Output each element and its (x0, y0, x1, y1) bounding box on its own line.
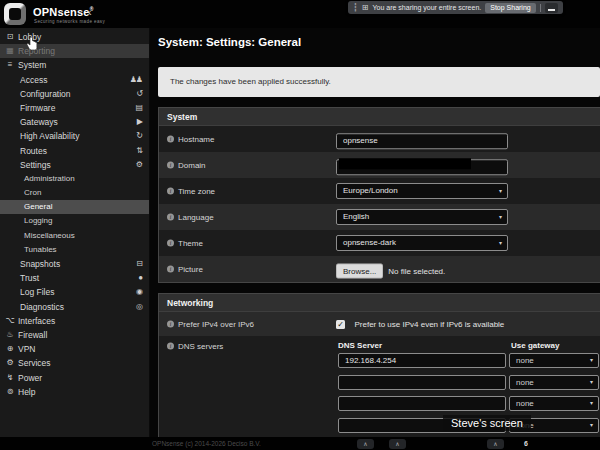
dns-server-input[interactable] (338, 353, 506, 368)
system-section-header: System (159, 108, 600, 126)
minimize-button[interactable] (545, 3, 558, 13)
sidebar-item-power[interactable]: ↯Power (0, 371, 149, 385)
language-select[interactable]: English▾ (336, 209, 508, 225)
system-section: System iHostnameiDomainiTime zoneEurope/… (158, 107, 600, 283)
sidebar-item-label: Access (20, 75, 47, 85)
info-icon[interactable]: i (167, 321, 174, 328)
selected-value: English (343, 212, 369, 221)
field-label: iHostname (167, 135, 214, 144)
field-row-theme: iThemeopnsense-dark▾ (159, 230, 600, 256)
info-icon[interactable]: i (167, 266, 174, 273)
chevron-up-icon[interactable]: ∧ (357, 439, 374, 449)
field-control (336, 155, 508, 175)
page-title: System: Settings: General (158, 36, 301, 48)
globe-icon: ⊕ (3, 342, 16, 356)
info-icon[interactable]: i (167, 343, 174, 350)
use-gateway-select[interactable]: none▾ (509, 396, 599, 411)
field-label-text: Picture (178, 265, 203, 274)
browse-button[interactable]: Browse... (336, 264, 383, 279)
check-icon: ✓ (337, 320, 344, 329)
sidebar-item-label: Diagnostics (20, 302, 64, 312)
time-zone-select[interactable]: Europe/London▾ (336, 183, 508, 199)
opnsense-logo-icon (4, 3, 26, 25)
sidebar-item-lobby[interactable]: ⊡Lobby (0, 30, 149, 44)
field-label: i DNS servers (167, 342, 223, 351)
sidebar-item-firewall[interactable]: ♨Firewall (0, 328, 149, 342)
sidebar-item-services[interactable]: ⚙Services (0, 356, 149, 370)
field-label: iPicture (167, 265, 203, 274)
use-gateway-select[interactable]: none▾ (509, 375, 599, 390)
selected-value: opnsense-dark (343, 238, 396, 247)
sidebar-item-log-files[interactable]: Log Files◉ (0, 285, 149, 299)
sidebar-item-miscellaneous[interactable]: Miscellaneous (0, 229, 149, 243)
sidebar-item-help[interactable]: ⊚Help (0, 385, 149, 399)
sidebar-item-cron[interactable]: Cron (0, 186, 149, 200)
info-icon[interactable]: i (167, 136, 174, 143)
diagnostics-icon: ◎ (136, 300, 142, 314)
info-icon[interactable]: i (167, 188, 174, 195)
sidebar-item-logging[interactable]: Logging (0, 214, 149, 228)
use-gateway-select[interactable]: none▾ (509, 353, 599, 368)
notification-badge: 6 (524, 437, 528, 450)
prefer-ipv4-checkbox[interactable]: ✓ (336, 320, 345, 329)
stop-sharing-button[interactable]: Stop Sharing (485, 3, 535, 13)
field-label: iTime zone (167, 187, 215, 196)
sidebar-item-snapshots[interactable]: Snapshots⊟ (0, 257, 149, 271)
selected-value: none (516, 378, 534, 387)
sidebar-item-vpn[interactable]: ⊕VPN (0, 342, 149, 356)
sidebar-item-trust[interactable]: Trust● (0, 271, 149, 285)
field-control (336, 129, 508, 149)
chevron-up-icon[interactable]: ∧ (389, 439, 406, 449)
sidebar-item-label: Trust (20, 273, 39, 283)
sidebar-item-firmware[interactable]: Firmware▤ (0, 101, 149, 115)
dashboard-icon: ⊡ (3, 30, 16, 44)
dns-server-input[interactable] (338, 396, 506, 411)
brand-name: OPNsense® (33, 6, 94, 18)
sidebar-item-label: Services (18, 358, 51, 368)
drag-grip-icon[interactable]: ┇ (353, 3, 358, 12)
screen-share-bar: ┇ ⊞ You are sharing your entire screen. … (348, 1, 563, 14)
sidebar-item-access[interactable]: Access♟♟ (0, 73, 149, 87)
sidebar-item-label: Gateways (20, 117, 58, 127)
sidebar-item-system[interactable]: ≡System (0, 58, 149, 72)
field-control: English▾ (336, 209, 508, 225)
dns-server-input[interactable] (338, 375, 506, 390)
info-icon[interactable]: i (167, 162, 174, 169)
sidebar-collapse-icon[interactable]: ‹ (88, 6, 92, 18)
field-label-text: Theme (178, 239, 203, 248)
dns-server-column-header: DNS Server (338, 341, 382, 350)
sidebar-item-interfaces[interactable]: ⌥Interfaces (0, 314, 149, 328)
sidebar-item-label: Help (18, 387, 35, 397)
sidebar-item-reporting[interactable]: ▦Reporting (0, 44, 149, 58)
help-icon: ⊚ (3, 385, 16, 399)
sitemap-icon: ⌥ (3, 314, 16, 328)
chart-icon: ▦ (3, 44, 16, 58)
sidebar-item-configuration[interactable]: Configuration↺ (0, 87, 149, 101)
checkbox-label: Prefer to use IPv4 even if IPv6 is avail… (354, 320, 504, 329)
sidebar-item-routes[interactable]: Routes⇅ (0, 144, 149, 158)
sidebar-item-settings[interactable]: Settings⚙ (0, 158, 149, 172)
info-icon[interactable]: i (167, 240, 174, 247)
sidebar-item-label: Settings (20, 160, 51, 170)
sidebar-item-tunables[interactable]: Tunables (0, 243, 149, 257)
sidebar-item-label: Snapshots (20, 259, 60, 269)
sidebar-item-gateways[interactable]: Gateways▶ (0, 115, 149, 129)
theme-select[interactable]: opnsense-dark▾ (336, 235, 508, 251)
chevron-up-icon[interactable]: ∧ (487, 439, 504, 449)
sidebar-nav: ⊡Lobby▦Reporting≡SystemAccess♟♟Configura… (0, 28, 150, 437)
sidebar-item-label: Firewall (18, 330, 47, 340)
field-label: iLanguage (167, 213, 214, 222)
sidebar-item-label: Log Files (20, 287, 55, 297)
refresh-icon: ↻ (136, 129, 142, 143)
info-icon[interactable]: i (167, 214, 174, 221)
sidebar-item-label: High Availability (20, 131, 79, 141)
location-arrow-icon: ▶ (137, 115, 142, 129)
sidebar-item-administration[interactable]: Administration (0, 172, 149, 186)
sidebar-item-general[interactable]: General (0, 200, 149, 214)
file-note: No file selected. (388, 267, 445, 276)
sidebar-item-diagnostics[interactable]: Diagnostics◎ (0, 300, 149, 314)
sidebar-item-high-availability[interactable]: High Availability↻ (0, 129, 149, 143)
hostname-input[interactable] (336, 133, 508, 149)
field-label-text: Domain (178, 161, 206, 170)
selected-value: Europe/London (343, 186, 398, 195)
